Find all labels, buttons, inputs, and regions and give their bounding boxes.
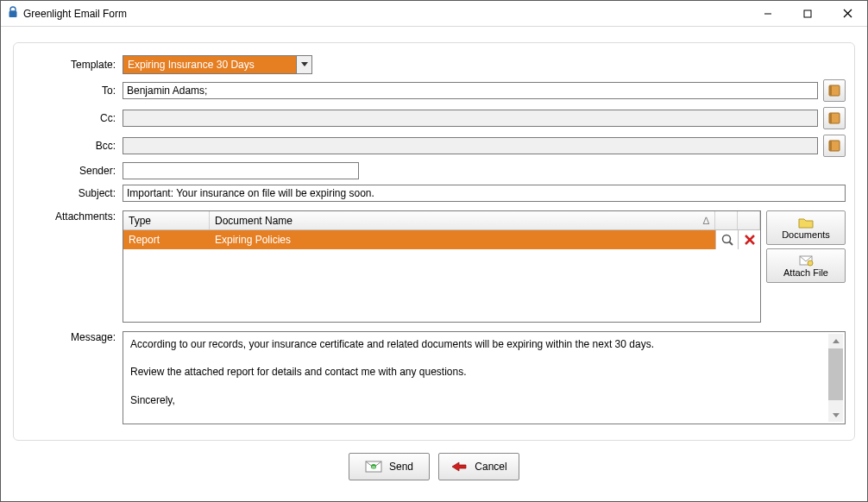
sender-label: Sender: <box>22 165 117 177</box>
message-label: Message: <box>22 331 117 343</box>
attach-file-button[interactable]: Attach File <box>766 248 846 283</box>
svg-point-16 <box>808 260 813 266</box>
attachments-table[interactable]: Type Document Name ∆ Report Expiring Pol… <box>123 210 761 323</box>
bcc-label: Bcc: <box>22 140 117 152</box>
window-lock-icon <box>8 6 18 21</box>
attachment-view-button[interactable] <box>715 230 738 249</box>
cc-addressbook-button[interactable] <box>823 107 846 129</box>
svg-text:@: @ <box>371 465 375 470</box>
minimize-button[interactable] <box>748 1 788 27</box>
attachment-delete-button[interactable] <box>738 230 760 249</box>
documents-button[interactable]: Documents <box>766 210 846 245</box>
window-title: Greenlight Email Form <box>23 8 127 20</box>
maximize-button[interactable] <box>788 1 827 27</box>
cancel-arrow-icon <box>450 461 468 473</box>
attach-icon <box>798 254 814 267</box>
message-area[interactable]: According to our records, your insurance… <box>123 331 846 424</box>
message-scrollbar[interactable] <box>828 334 843 422</box>
column-type-header[interactable]: Type <box>123 211 210 229</box>
bcc-addressbook-button[interactable] <box>823 135 846 157</box>
titlebar: Greenlight Email Form <box>1 1 867 27</box>
cc-label: Cc: <box>22 112 117 124</box>
email-form-window: Greenlight Email Form Template: Expiring… <box>0 0 868 502</box>
svg-rect-8 <box>829 113 832 123</box>
send-envelope-icon: @ <box>365 461 382 473</box>
message-text[interactable]: According to our records, your insurance… <box>125 334 828 422</box>
bcc-input[interactable] <box>123 137 818 154</box>
cc-input[interactable] <box>123 110 818 127</box>
content-area: Template: Expiring Insurance 30 Days To: <box>1 27 867 501</box>
subject-input[interactable] <box>123 185 846 202</box>
svg-rect-6 <box>829 85 832 96</box>
form-panel: Template: Expiring Insurance 30 Days To: <box>13 42 855 441</box>
template-selected-value: Expiring Insurance 30 Days <box>123 56 296 73</box>
sort-indicator-icon: ∆ <box>703 215 709 227</box>
svg-rect-10 <box>829 141 832 151</box>
folder-icon <box>798 216 814 229</box>
window-controls <box>748 1 867 27</box>
sender-input[interactable] <box>123 162 359 179</box>
footer: @ Send Cancel <box>13 441 855 493</box>
close-button[interactable] <box>827 1 867 27</box>
to-input[interactable] <box>123 82 818 99</box>
column-name-header[interactable]: Document Name ∆ <box>210 211 715 229</box>
send-button[interactable]: @ Send <box>349 453 430 480</box>
template-select[interactable]: Expiring Insurance 30 Days <box>123 55 312 74</box>
svg-rect-2 <box>804 10 811 17</box>
svg-point-11 <box>722 235 730 243</box>
attachments-header: Type Document Name ∆ <box>123 211 760 230</box>
attachment-name: Expiring Policies <box>210 230 715 249</box>
to-label: To: <box>22 85 117 97</box>
to-addressbook-button[interactable] <box>823 79 846 102</box>
scroll-down-icon[interactable] <box>828 407 843 422</box>
subject-label: Subject: <box>22 187 117 199</box>
attachment-row[interactable]: Report Expiring Policies <box>123 230 760 249</box>
chevron-down-icon <box>296 56 311 73</box>
attachments-label: Attachments: <box>22 210 117 223</box>
scrollbar-thumb[interactable] <box>828 348 843 400</box>
cancel-button[interactable]: Cancel <box>438 453 519 480</box>
attachment-type: Report <box>123 230 210 249</box>
svg-line-12 <box>729 242 733 246</box>
scroll-up-icon[interactable] <box>828 334 843 348</box>
svg-rect-0 <box>9 11 17 17</box>
template-label: Template: <box>22 59 117 71</box>
